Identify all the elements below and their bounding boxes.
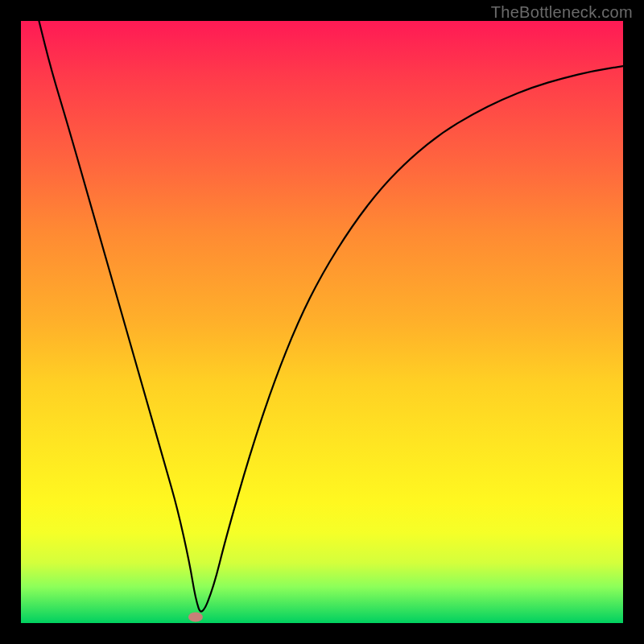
- curve-layer: [21, 21, 623, 623]
- optimum-marker: [188, 613, 203, 622]
- watermark-label: TheBottleneck.com: [491, 3, 633, 22]
- bottleneck-curve: [39, 21, 623, 612]
- plot-wrap: [21, 21, 623, 623]
- chart-container: TheBottleneck.com: [0, 0, 644, 644]
- plot-area: [21, 21, 623, 623]
